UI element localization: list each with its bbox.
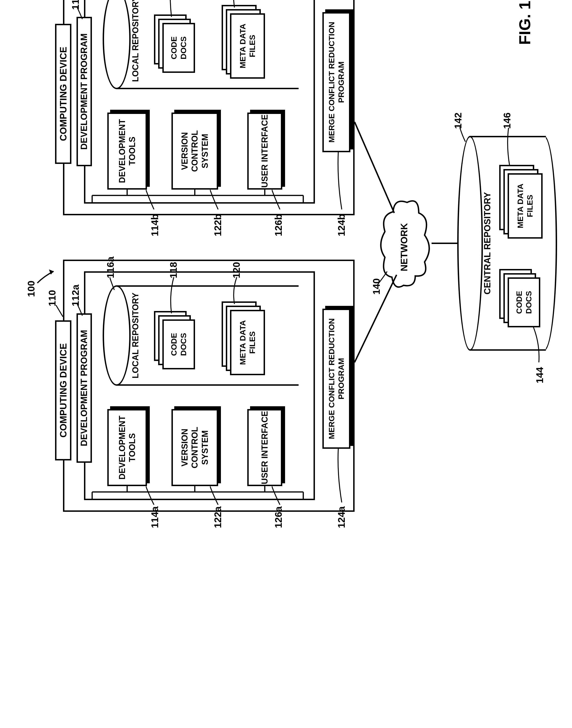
ref-122a: 122a <box>212 506 223 528</box>
device-b-title: COMPUTING DEVICE <box>55 24 71 164</box>
ref-114a: 114a <box>149 506 160 528</box>
ref-124a: 124a <box>336 506 347 528</box>
merge-b: MERGE CONFLICT REDUCTION PROGRAM <box>323 12 350 152</box>
device-a-title: COMPUTING DEVICE <box>55 320 71 461</box>
central-code-docs: CODE DOCS <box>499 269 539 327</box>
leader-114a <box>146 484 155 505</box>
dev-program-a-title: DEVELOPMENT PROGRAM <box>76 313 92 463</box>
dev-program-b-title: DEVELOPMENT PROGRAM <box>76 17 92 166</box>
ref-126b: 126b <box>273 214 284 236</box>
leader-126a <box>272 484 281 505</box>
leader-140 <box>378 270 387 284</box>
network-label: NETWORK <box>399 223 409 271</box>
leader-112b <box>76 6 86 19</box>
dev-tools-b: DEVELOPMENT TOOLS <box>107 113 147 190</box>
ref-144: 144 <box>534 367 546 383</box>
leader-142 <box>459 125 467 142</box>
figure-title: FIG. 1 <box>515 1 534 45</box>
leader-114b <box>146 187 155 209</box>
leader-122b <box>210 187 219 209</box>
meta-a: META DATA FILES <box>222 301 266 375</box>
ref-124b: 124b <box>336 214 347 236</box>
central-meta: META DATA FILES <box>499 164 544 239</box>
leader-132 <box>168 0 177 17</box>
local-repo-b-title: LOCAL REPOSITORY <box>131 0 140 89</box>
vcs-b: VERSION CONTROL SYSTEM <box>171 113 218 190</box>
merge-a: MERGE CONFLICT REDUCTION PROGRAM <box>323 309 350 449</box>
leader-124b <box>336 150 345 209</box>
leader-126b <box>272 187 281 209</box>
leader-146 <box>505 127 514 166</box>
local-repo-a-title: LOCAL REPOSITORY <box>131 285 140 386</box>
ui-b: USER INTERFACE <box>247 113 282 190</box>
arrow-100 <box>35 264 61 285</box>
code-docs-a: CODE DOCS <box>154 311 194 369</box>
leader-122a <box>210 484 219 505</box>
ref-122b: 122b <box>212 214 223 236</box>
leader-144 <box>532 325 541 362</box>
local-repo-a: LOCAL REPOSITORY <box>102 285 299 386</box>
ref-126a: 126a <box>273 506 284 528</box>
leader-118 <box>168 276 177 313</box>
ui-a: USER INTERFACE <box>247 409 282 486</box>
leader-110 <box>55 303 67 317</box>
code-docs-b: CODE DOCS <box>154 14 194 73</box>
ref-116a: 116a <box>105 257 116 278</box>
leader-134 <box>231 0 240 7</box>
vcs-a: VERSION CONTROL SYSTEM <box>171 409 218 486</box>
central-repo-title: CENTRAL REPOSITORY <box>483 136 492 351</box>
ref-114b: 114b <box>149 214 160 236</box>
leader-112a <box>76 303 86 316</box>
leader-120 <box>231 276 240 304</box>
meta-b: META DATA FILES <box>222 4 266 79</box>
leader-116a <box>110 276 117 290</box>
leader-124a <box>336 446 345 502</box>
dev-tools-a: DEVELOPMENT TOOLS <box>107 409 147 486</box>
local-repo-b: LOCAL REPOSITORY <box>102 0 299 89</box>
